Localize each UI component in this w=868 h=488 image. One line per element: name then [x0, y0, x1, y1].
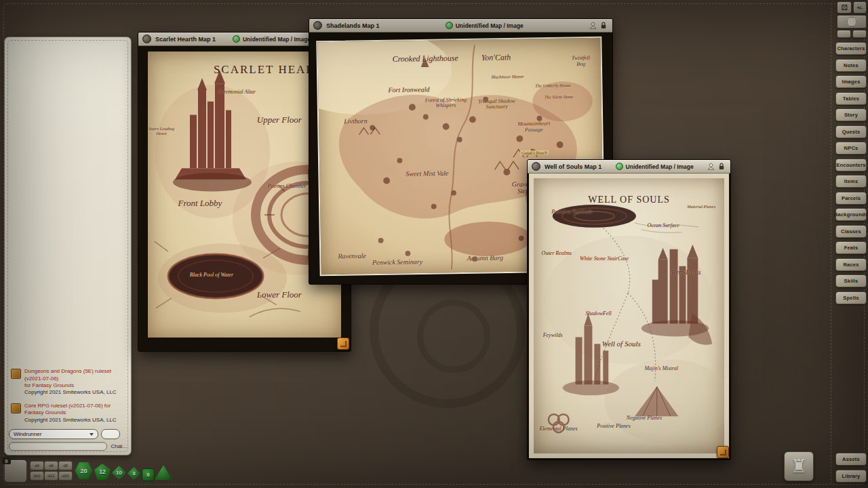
ruleset-message-text: Dungeons and Dragons (5E) ruleset (v2021…	[24, 368, 125, 382]
lock-icon[interactable]	[718, 161, 725, 173]
die-d4-button[interactable]: d4	[30, 461, 44, 470]
die-d8-button[interactable]: d8	[58, 461, 73, 470]
green-d20-die[interactable]: 20	[75, 462, 93, 480]
sidebar-tab-library[interactable]: Library	[835, 470, 867, 483]
modifier-plus-minus-button[interactable]: +/-	[853, 1, 867, 14]
die-d10-button[interactable]: d10	[30, 471, 44, 481]
die-d12-button[interactable]: d12	[44, 471, 58, 481]
chat-mode-button[interactable]	[101, 429, 120, 439]
status-dot-icon	[233, 35, 240, 43]
sidebar-tab-assets[interactable]: Assets	[835, 453, 867, 466]
map-label: Upper Floor	[257, 115, 302, 125]
window-title: Shadelands Map 1	[326, 22, 380, 29]
status-group: Unidentified Map / Image	[616, 163, 694, 170]
dice-tower-button[interactable]: ♜	[784, 451, 814, 481]
sidebar-tab-npcs[interactable]: NPCs	[835, 142, 867, 155]
map-label: Crooked Lighthouse	[392, 54, 458, 65]
sidebar-tab-races[interactable]: Races	[835, 258, 867, 271]
map-label: Portal to Yon'Cath	[551, 208, 592, 214]
chat-log[interactable]: Dungeons and Dragons (5E) ruleset (v2021…	[5, 37, 131, 428]
map-label: Feywilds	[543, 332, 563, 338]
sidebar-tab-characters[interactable]: Characters	[835, 42, 867, 55]
radial-menu-button[interactable]	[142, 35, 151, 43]
map-label: Mountainheart Passage	[509, 121, 558, 134]
sidebar-tab-story[interactable]: Story	[835, 108, 867, 121]
map-label: Yon'Cath	[481, 53, 511, 64]
sidebar-tab-backgrounds[interactable]: Backgrounds	[835, 208, 867, 221]
green-d10-die[interactable]: 10	[112, 466, 126, 480]
resize-handle[interactable]	[337, 338, 349, 350]
sidebar-tab-quests[interactable]: Quests	[835, 125, 867, 138]
player-vision-icon[interactable]	[589, 20, 597, 32]
green-d6-die[interactable]: 6	[142, 468, 155, 481]
status-group: Unidentified Map / Image	[446, 22, 524, 29]
chat-message: Dungeons and Dragons (5E) ruleset (v2021…	[11, 368, 125, 396]
status-label: Unidentified Map / Image	[626, 163, 694, 170]
map-label: Lower Floor	[257, 289, 302, 300]
sidebar-tab-images[interactable]: Images	[835, 75, 867, 88]
green-d8-die[interactable]: 8	[127, 467, 140, 480]
map-viewport[interactable]: WELL OF SOULS Portal to Yon'Cath Materia…	[529, 174, 729, 458]
map-label: White Stone StairCase	[580, 255, 629, 261]
window-well-of-souls-map: Well of Souls Map 1 Unidentified Map / I…	[527, 159, 731, 460]
map-label: Ravenvale	[338, 251, 366, 260]
map-label: Blackmoor Manor	[492, 74, 524, 79]
sidebar-tab-tables[interactable]: Tables	[835, 92, 867, 105]
player-vision-icon[interactable]	[707, 161, 715, 173]
radial-menu-button[interactable]	[313, 21, 322, 30]
map-label: The Umberly House	[535, 83, 570, 88]
chat-input[interactable]	[9, 442, 107, 451]
status-label: Unidentified Map / Image	[456, 22, 524, 29]
modifier-value: 0	[2, 458, 11, 464]
window-titlebar[interactable]: Well of Souls Map 1 Unidentified Map / I…	[528, 160, 730, 174]
map-label: Front Lobby	[178, 198, 222, 209]
map-label: Ocean Surface	[647, 222, 679, 228]
map-label: Twistfell Bog	[567, 56, 594, 67]
green-d12-die[interactable]: 12	[94, 464, 111, 480]
map-label: Material Planes	[687, 203, 715, 208]
status-group: Unidentified Map / Image	[233, 35, 311, 43]
ruleset-icon	[11, 369, 21, 379]
sidebar-tab-encounters[interactable]: Encounters	[835, 159, 867, 171]
status-dot-icon	[616, 163, 623, 170]
sidebar-tab-parcels[interactable]: Parcels	[835, 192, 867, 205]
map-label: Ceremonial Altar	[218, 89, 256, 95]
map-title: WELL OF SOULS	[588, 195, 670, 205]
sidebar-tab-items[interactable]: Items	[835, 175, 867, 188]
pointer-tool-button[interactable]	[837, 30, 851, 38]
d20-icon	[847, 17, 856, 26]
ruleset-message-text: for Fantasy Grounds	[24, 382, 125, 389]
green-d4-die[interactable]	[155, 464, 172, 481]
sidebar-tab-notes[interactable]: Notes	[835, 59, 867, 72]
sidebar-bottom-tabs: Assets Library	[835, 453, 867, 483]
window-title: Scarlet Hearth Map 1	[155, 36, 216, 43]
die-roll-button[interactable]: ⚄	[837, 1, 852, 14]
sidebar-tab-classes[interactable]: Classes	[835, 225, 867, 238]
chat-panel: Dungeons and Dragons (5E) ruleset (v2021…	[4, 37, 132, 455]
chat-entry-label: Chat...	[111, 443, 127, 449]
identity-value: Windrunner	[14, 431, 41, 437]
die-d6-button[interactable]: d6	[44, 461, 58, 470]
status-dot-icon	[446, 22, 453, 29]
identity-dropdown[interactable]: Windrunner	[9, 429, 98, 439]
map-label: Forest of Shrieking Whispers	[420, 97, 471, 109]
radial-menu-button[interactable]	[532, 162, 540, 171]
map-label: Fort Ironweald	[388, 85, 429, 94]
lock-icon[interactable]	[600, 20, 607, 32]
sidebar-tab-skills[interactable]: Skills	[835, 274, 867, 287]
resize-handle[interactable]	[717, 446, 729, 458]
dice-controls-cluster: ⚄ +/-	[837, 1, 867, 38]
map-label: Penwick Seminary	[372, 258, 422, 266]
d20-panel-button[interactable]	[837, 15, 867, 28]
map-label: Negative Planes	[627, 415, 662, 421]
die-d20-button[interactable]: d20	[58, 471, 73, 481]
ruleset-copyright: Copyright 2021 Smiteworks USA, LLC	[24, 417, 125, 424]
map-label: Rem-Exius	[671, 268, 701, 276]
target-tool-button[interactable]	[852, 30, 867, 38]
die-icon: ⚄	[841, 4, 848, 12]
sidebar-tab-feats[interactable]: Feats	[835, 241, 867, 254]
sidebar-tab-spells[interactable]: Spells	[835, 291, 867, 304]
window-titlebar[interactable]: Shadelands Map 1 Unidentified Map / Imag…	[309, 19, 612, 33]
ruleset-icon	[11, 403, 21, 413]
map-label: Stairs Leading Down	[148, 127, 179, 136]
